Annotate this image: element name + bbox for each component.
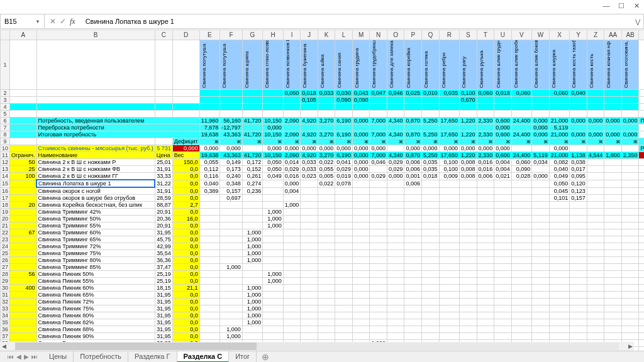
cell[interactable]: [570, 292, 587, 299]
cell[interactable]: [301, 222, 318, 229]
cell[interactable]: [283, 312, 301, 319]
cell[interactable]: [283, 278, 301, 285]
cell[interactable]: [511, 250, 532, 257]
cell[interactable]: 0,236: [242, 187, 263, 195]
item-name[interactable]: Свинина Тримминг 50%: [36, 216, 155, 222]
tab-last-icon[interactable]: ⏭: [31, 353, 38, 360]
cell[interactable]: [439, 271, 460, 278]
cell[interactable]: [404, 319, 422, 326]
cell[interactable]: [570, 285, 587, 292]
row-header[interactable]: 26: [1, 257, 10, 264]
cell[interactable]: [477, 278, 494, 285]
cell[interactable]: [301, 202, 318, 209]
cell[interactable]: 0,018: [301, 90, 318, 97]
cell[interactable]: [511, 285, 532, 292]
item-name[interactable]: Свинина Тримминг 80%: [36, 257, 155, 264]
cell[interactable]: [301, 319, 318, 326]
cell[interactable]: [460, 326, 477, 333]
cell[interactable]: [604, 285, 622, 292]
cell[interactable]: [301, 312, 318, 319]
cell[interactable]: 0,006: [404, 166, 422, 173]
limit-cell[interactable]: [10, 312, 36, 319]
cell[interactable]: [387, 243, 404, 250]
col-header[interactable]: AC: [639, 30, 644, 40]
cell[interactable]: 0,149: [220, 159, 243, 166]
cell[interactable]: [604, 319, 622, 326]
cell[interactable]: 0,000: [570, 131, 587, 138]
cell[interactable]: [511, 187, 532, 195]
cell[interactable]: [352, 236, 370, 243]
cell[interactable]: [370, 285, 387, 292]
sheet-tab[interactable]: Потребность: [74, 351, 128, 363]
cell[interactable]: 0,600: [494, 152, 512, 159]
tab-next-icon[interactable]: ▶: [24, 353, 29, 360]
limit-cell[interactable]: 25: [10, 166, 36, 173]
cell[interactable]: [263, 97, 284, 104]
col-header[interactable]: S: [460, 30, 477, 40]
item-name[interactable]: Свинина Тримминг 72%: [36, 243, 155, 250]
cell[interactable]: [439, 305, 460, 312]
cell[interactable]: [604, 97, 622, 104]
cell[interactable]: [387, 278, 404, 285]
cell[interactable]: [587, 90, 604, 97]
cell[interactable]: 0,006: [477, 173, 494, 180]
cell[interactable]: [242, 209, 263, 216]
cell[interactable]: [199, 333, 220, 340]
cell[interactable]: [404, 187, 422, 195]
cell[interactable]: [335, 271, 353, 278]
cell[interactable]: [370, 216, 387, 222]
cell[interactable]: [301, 299, 318, 305]
cell[interactable]: [570, 216, 587, 222]
cell[interactable]: [301, 195, 318, 202]
cell[interactable]: 1,000: [220, 264, 243, 271]
ac-cell[interactable]: 1: [639, 216, 644, 222]
cell[interactable]: [439, 97, 460, 104]
cell[interactable]: 0,000: [263, 145, 284, 152]
formula-expand-icon[interactable]: ⋁: [632, 18, 643, 25]
ac-cell[interactable]: 1: [639, 299, 644, 305]
cell[interactable]: [301, 243, 318, 250]
col-header[interactable]: C: [155, 30, 172, 40]
cell[interactable]: [494, 97, 512, 104]
cell[interactable]: ж: [511, 138, 532, 145]
cell[interactable]: [604, 305, 622, 312]
cell[interactable]: [477, 222, 494, 229]
cell[interactable]: [404, 333, 422, 340]
cell[interactable]: [587, 97, 604, 104]
limit-cell[interactable]: 50: [10, 159, 36, 166]
cell[interactable]: 0,018: [494, 90, 512, 97]
cell[interactable]: [370, 202, 387, 209]
cell[interactable]: 0,029: [370, 173, 387, 180]
cell[interactable]: [370, 312, 387, 319]
cell[interactable]: [494, 236, 512, 243]
cell[interactable]: [318, 216, 335, 222]
cell[interactable]: [404, 243, 422, 250]
cell[interactable]: [477, 257, 494, 264]
cell[interactable]: [404, 222, 422, 229]
cell[interactable]: [335, 229, 353, 236]
cell[interactable]: 0,025: [404, 90, 422, 97]
cell[interactable]: 0,000: [352, 118, 370, 124]
weight-cell[interactable]: 0,0: [172, 312, 199, 319]
cell[interactable]: [220, 305, 243, 312]
cell[interactable]: 0,049: [549, 173, 570, 180]
cell[interactable]: [318, 292, 335, 299]
cell[interactable]: 3,270: [318, 118, 335, 124]
cell[interactable]: [460, 305, 477, 312]
limit-cell[interactable]: [10, 250, 36, 257]
limit-cell[interactable]: [10, 180, 36, 187]
cell[interactable]: [301, 209, 318, 216]
cell[interactable]: 0,000: [370, 145, 387, 152]
cell[interactable]: [532, 271, 550, 278]
item-name[interactable]: Свинина Тримминг 55%: [36, 222, 155, 229]
col-header[interactable]: D: [172, 30, 199, 40]
cell[interactable]: [532, 90, 550, 97]
cell[interactable]: [494, 202, 512, 209]
cell[interactable]: [532, 250, 550, 257]
row-header[interactable]: 16: [1, 187, 10, 195]
cell[interactable]: [494, 250, 512, 257]
item-name[interactable]: Свинина Тримминг 60%: [36, 229, 155, 236]
price-cell[interactable]: 35,54: [155, 250, 172, 257]
price-cell[interactable]: 25,19: [155, 278, 172, 285]
cell[interactable]: [511, 145, 532, 152]
